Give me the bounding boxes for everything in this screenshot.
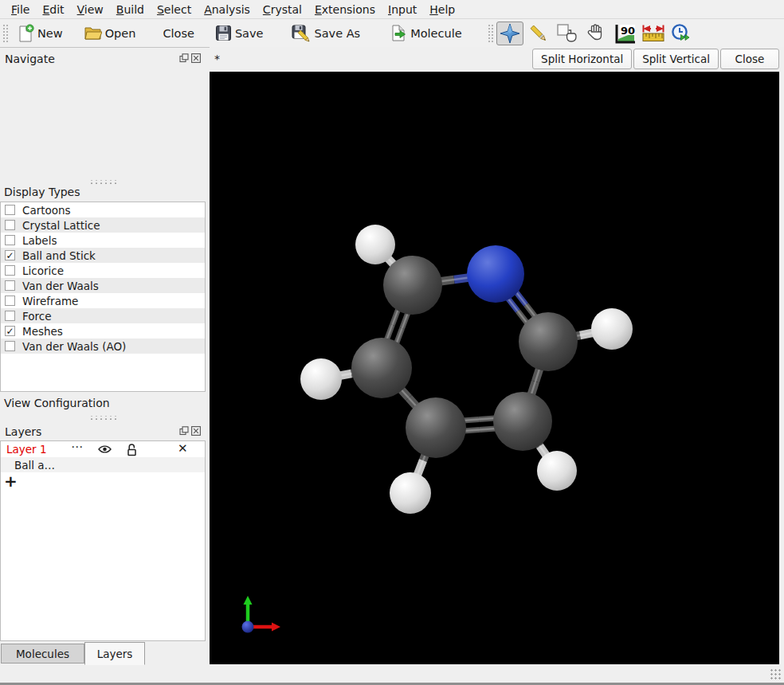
tab-layers[interactable]: Layers <box>84 642 145 665</box>
hand-icon <box>585 23 606 44</box>
bond-angle-tool-button[interactable]: 90 <box>611 22 638 45</box>
molecule-viewport[interactable] <box>210 72 779 664</box>
tab-molecules[interactable]: Molecules <box>1 644 84 663</box>
panel-float-icon[interactable] <box>179 426 189 436</box>
new-document-icon <box>18 24 34 42</box>
save-button-label: Save <box>235 27 264 40</box>
dock-tab-bar: Molecules Layers <box>0 641 210 664</box>
menu-crystal[interactable]: Crystal <box>257 2 308 18</box>
open-button[interactable]: Open <box>77 23 143 43</box>
open-folder-icon <box>84 25 102 41</box>
checkbox-meshes[interactable]: ✓ <box>5 326 15 336</box>
display-type-row[interactable]: Van der Waals (AO) <box>1 339 205 354</box>
menu-view[interactable]: View <box>71 2 110 18</box>
view-header: * Split Horizontal Split Vertical Close <box>210 47 784 72</box>
new-button-label: New <box>37 27 63 40</box>
menu-input[interactable]: Input <box>382 2 423 18</box>
navigate-tool-button[interactable] <box>496 22 523 45</box>
display-type-label: Crystal Lattice <box>22 219 100 232</box>
checkbox-labels[interactable] <box>5 235 15 245</box>
menu-analysis[interactable]: Analysis <box>198 2 257 18</box>
animation-tool-button[interactable] <box>668 22 696 45</box>
left-dock: Navigate Display Types Cartoons Crystal … <box>0 48 210 664</box>
menu-bar: File Edit View Build Select Analysis Cry… <box>0 0 784 19</box>
menu-file[interactable]: File <box>5 2 36 18</box>
save-as-button-label: Save As <box>314 27 360 40</box>
save-button[interactable]: Save <box>209 22 270 44</box>
new-button[interactable]: New <box>11 22 69 45</box>
view-close-button[interactable]: Close <box>720 49 779 69</box>
modified-indicator: * <box>214 53 220 65</box>
tab-layers-label: Layers <box>97 648 133 660</box>
panel-close-icon[interactable] <box>191 53 201 63</box>
dock-splitter-handle-2[interactable] <box>88 416 116 420</box>
display-type-row[interactable]: ✓ Meshes <box>1 323 205 339</box>
main-toolbar: New Open Close Save <box>0 19 784 48</box>
save-as-button[interactable]: Save As <box>285 22 367 45</box>
draw-tool-button[interactable] <box>525 22 552 45</box>
close-file-button-label: Close <box>163 27 194 40</box>
right-margin <box>779 72 784 664</box>
resize-grip[interactable] <box>770 668 782 680</box>
display-type-row[interactable]: Force <box>1 308 205 323</box>
toolbar-grip[interactable] <box>2 24 8 43</box>
layers-panel-header: Layers <box>0 422 206 441</box>
layer-sub-item-label: Ball a… <box>14 459 55 472</box>
display-type-row[interactable]: Van der Waals <box>1 278 205 293</box>
pencil-icon <box>528 23 549 44</box>
display-type-row[interactable]: Licorice <box>1 263 205 278</box>
layer-remove-icon[interactable]: ✕ <box>178 441 188 456</box>
display-type-row[interactable]: Wireframe <box>1 293 205 308</box>
view-close-label: Close <box>735 53 765 65</box>
display-type-label: Licorice <box>22 264 64 277</box>
checkbox-wireframe[interactable] <box>5 296 15 306</box>
open-button-label: Open <box>105 27 136 40</box>
panel-float-icon[interactable] <box>179 53 189 63</box>
menu-extensions[interactable]: Extensions <box>308 2 382 18</box>
checkbox-ball-and-stick[interactable]: ✓ <box>5 250 15 260</box>
molecule-render <box>210 72 779 664</box>
checkbox-licorice[interactable] <box>5 265 15 276</box>
layer-row[interactable]: Layer 1 ⋯ ✕ <box>1 441 205 457</box>
layer-sub-item[interactable]: Ball a… <box>1 457 205 472</box>
ruler-icon <box>641 24 665 43</box>
menu-help[interactable]: Help <box>423 2 461 18</box>
display-type-row[interactable]: Cartoons <box>1 202 205 217</box>
checkbox-force[interactable] <box>5 311 15 321</box>
dock-splitter-handle[interactable] <box>88 180 116 184</box>
layer-lock-open-icon[interactable] <box>127 443 137 456</box>
status-bar <box>0 664 784 683</box>
add-layer-icon[interactable]: + <box>4 472 18 491</box>
measure-tool-button[interactable] <box>640 22 667 45</box>
toolbar-grip-2[interactable] <box>488 24 493 43</box>
checkbox-van-der-waals[interactable] <box>5 280 15 291</box>
close-file-button[interactable]: Close <box>156 25 201 42</box>
split-horizontal-button[interactable]: Split Horizontal <box>532 49 632 69</box>
checkbox-crystal-lattice[interactable] <box>5 220 15 230</box>
save-as-icon <box>292 25 311 42</box>
checkbox-van-der-waals-ao[interactable] <box>5 341 15 351</box>
menu-build[interactable]: Build <box>110 2 151 18</box>
menu-select[interactable]: Select <box>151 2 198 18</box>
display-types-list: Cartoons Crystal Lattice Labels ✓ Ball a… <box>0 202 206 392</box>
display-type-row[interactable]: ✓ Ball and Stick <box>1 248 205 263</box>
manipulate-tool-button[interactable] <box>582 22 610 45</box>
split-vertical-button[interactable]: Split Vertical <box>633 49 719 69</box>
display-type-row[interactable]: Labels <box>1 233 205 248</box>
layers-panel-title: Layers <box>5 425 41 438</box>
select-tool-button[interactable] <box>554 22 581 45</box>
panel-close-icon[interactable] <box>191 426 201 436</box>
navigate-panel-title: Navigate <box>5 53 55 65</box>
add-layer-row: + <box>1 472 205 490</box>
navigate-panel-header: Navigate <box>0 49 206 68</box>
menu-edit[interactable]: Edit <box>36 2 70 18</box>
molecule-button[interactable]: Molecule <box>384 22 468 45</box>
checkbox-cartoons[interactable] <box>5 205 15 215</box>
layer-visibility-icon[interactable] <box>98 444 112 454</box>
display-type-label: Cartoons <box>22 204 71 217</box>
display-type-label: Wireframe <box>22 295 78 307</box>
layer-menu-icon[interactable]: ⋯ <box>71 440 84 454</box>
layers-list: Layer 1 ⋯ ✕ Ball a… + <box>0 440 206 641</box>
view-configuration-label[interactable]: View Configuration <box>4 397 110 409</box>
display-type-row[interactable]: Crystal Lattice <box>1 217 205 233</box>
